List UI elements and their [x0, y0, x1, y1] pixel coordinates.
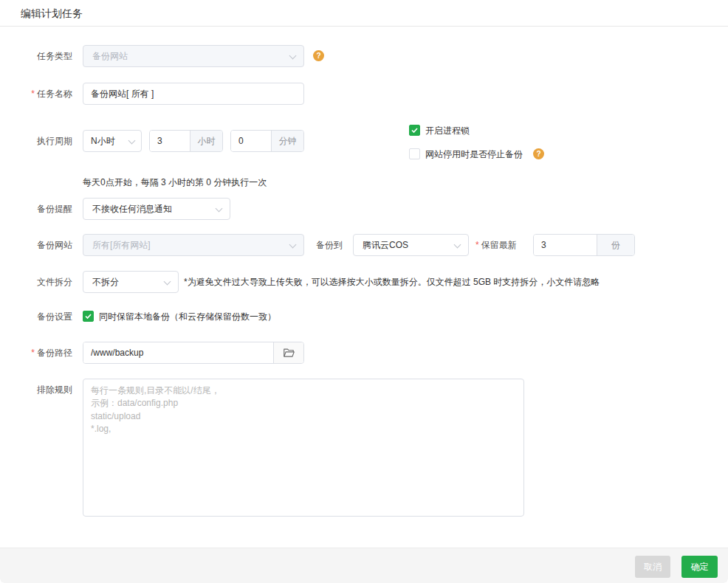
local-backup-checkbox[interactable]: [83, 311, 94, 322]
folder-open-icon: [283, 348, 295, 358]
chevron-down-icon: [128, 137, 136, 145]
hour-unit-suffix: 小时: [190, 131, 222, 151]
task-type-label: 任务类型: [0, 45, 72, 67]
exclude-rules-label: 排除规则: [0, 379, 72, 401]
page-title: 编辑计划任务: [21, 0, 83, 27]
keep-latest-input[interactable]: [534, 235, 597, 255]
cancel-button[interactable]: 取消: [635, 556, 670, 578]
file-split-label: 文件拆分: [0, 271, 72, 293]
task-name-input[interactable]: [83, 83, 304, 105]
file-split-value: 不拆分: [92, 276, 119, 289]
dialog-footer: 取消 确定: [0, 548, 728, 583]
file-split-note: *为避免文件过大导致上传失败，可以选择按大小或数量拆分。仅文件超过 5GB 时支…: [184, 271, 600, 293]
backup-to-label: 备份到: [316, 234, 343, 256]
cycle-minute-group: 分钟: [230, 130, 304, 152]
process-lock-checkbox[interactable]: [409, 125, 420, 136]
task-type-select: 备份网站: [83, 45, 304, 67]
backup-path-group: [83, 342, 304, 364]
cycle-description: 每天0点开始，每隔 3 小时的第 0 分钟执行一次: [83, 176, 267, 189]
task-name-label: *任务名称: [0, 83, 72, 105]
cycle-hour-group: 小时: [149, 130, 223, 152]
chevron-down-icon: [216, 205, 223, 213]
stop-backup-help-icon[interactable]: ?: [533, 148, 544, 159]
cycle-hour-input[interactable]: [150, 131, 190, 151]
confirm-button[interactable]: 确定: [681, 556, 718, 578]
copies-unit-suffix: 份: [597, 235, 634, 255]
exclude-rules-textarea[interactable]: [83, 379, 524, 517]
dialog-header: 编辑计划任务: [0, 0, 728, 27]
minute-unit-suffix: 分钟: [271, 131, 303, 151]
required-asterisk: *: [31, 89, 35, 99]
chevron-down-icon: [164, 278, 171, 286]
process-lock-label[interactable]: 开启进程锁: [425, 125, 470, 137]
cycle-label: 执行周期: [0, 130, 72, 152]
notify-label: 备份提醒: [0, 198, 72, 220]
chevron-down-icon: [289, 241, 297, 249]
required-asterisk: *: [475, 240, 479, 250]
cycle-type-select[interactable]: N小时: [83, 130, 142, 152]
browse-folder-button[interactable]: [273, 342, 303, 363]
backup-settings-label: 备份设置: [0, 306, 72, 328]
backup-path-label: *备份路径: [0, 342, 72, 364]
file-split-select[interactable]: 不拆分: [83, 271, 179, 293]
chevron-down-icon: [289, 52, 297, 60]
backup-site-label: 备份网站: [0, 234, 72, 256]
backup-site-select: 所有[所有网站]: [83, 234, 304, 256]
backup-site-value: 所有[所有网站]: [92, 239, 151, 252]
local-backup-label[interactable]: 同时保留本地备份（和云存储保留份数一致）: [99, 311, 276, 322]
stop-backup-label[interactable]: 网站停用时是否停止备份: [425, 148, 523, 160]
task-type-value: 备份网站: [92, 50, 128, 63]
edit-cron-task-dialog: 编辑计划任务 任务类型 备份网站 ? *任务名称 执行周期 N小时 小时 分钟 …: [0, 0, 728, 583]
keep-latest-group: 份: [533, 234, 635, 256]
cycle-type-value: N小时: [91, 135, 115, 148]
task-type-help-icon[interactable]: ?: [313, 50, 324, 61]
required-asterisk: *: [31, 348, 35, 358]
cycle-minute-input[interactable]: [231, 131, 271, 151]
backup-path-input[interactable]: [83, 342, 273, 363]
checkmark-icon: [84, 312, 92, 320]
chevron-down-icon: [454, 241, 461, 249]
checkmark-icon: [411, 126, 419, 134]
stop-backup-checkbox[interactable]: [409, 148, 420, 159]
keep-latest-label: *保留最新: [475, 234, 517, 256]
notify-value: 不接收任何消息通知: [92, 203, 172, 215]
backup-to-value: 腾讯云COS: [363, 239, 408, 252]
notify-select[interactable]: 不接收任何消息通知: [83, 198, 230, 220]
backup-to-select[interactable]: 腾讯云COS: [353, 234, 469, 256]
